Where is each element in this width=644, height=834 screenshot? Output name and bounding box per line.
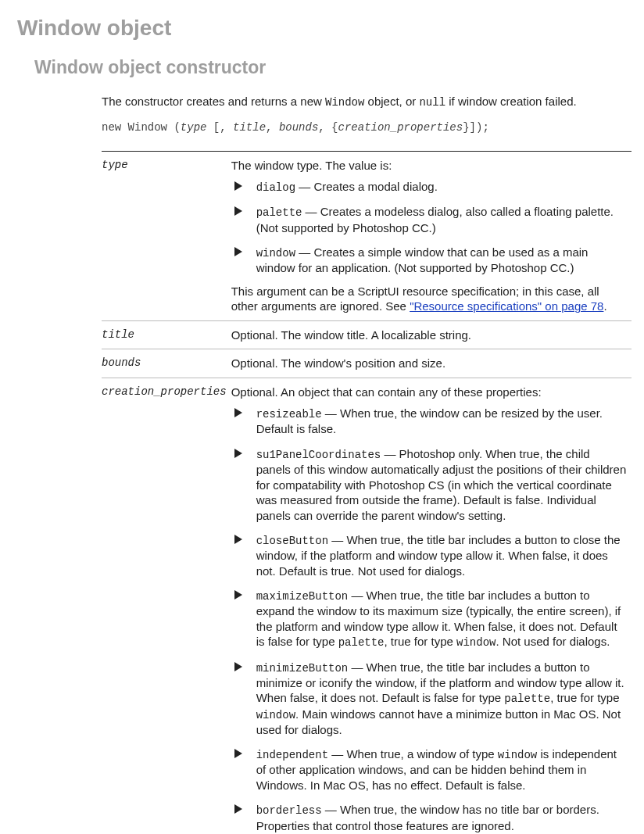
syntax-param: type <box>181 121 213 134</box>
intro-text: The constructor creates and returns a ne… <box>102 95 325 108</box>
syntax-text: }]); <box>463 121 489 134</box>
list-item: maximizeButton — When true, the title ba… <box>231 588 627 650</box>
list-item: closeButton — When true, the title bar i… <box>231 532 627 578</box>
item-text: — Creates a modeless dialog, also called… <box>256 205 614 234</box>
table-row: bounds Optional. The window's position a… <box>102 349 631 378</box>
code-window: window <box>456 636 496 649</box>
param-desc-type: The window type. The value is: dialog — … <box>231 151 631 320</box>
triangle-icon <box>234 804 242 814</box>
tail-text: . <box>603 299 606 313</box>
cp-lead: Optional. An object that can contain any… <box>231 385 627 400</box>
parameters-table: type The window type. The value is: dial… <box>102 151 631 834</box>
item-text: — When true, a window of type <box>328 747 498 761</box>
item-text: , true for type <box>550 691 619 704</box>
param-desc-bounds: Optional. The window's position and size… <box>231 349 631 378</box>
syntax-text: , <box>266 121 279 134</box>
code-borderless: borderless <box>256 804 322 817</box>
section-title: Window object constructor <box>34 56 631 80</box>
triangle-icon <box>234 535 242 544</box>
triangle-icon <box>234 247 242 256</box>
intro-text: if window creation failed. <box>445 95 577 108</box>
code-resizeable: resizeable <box>256 408 322 421</box>
code-window: window <box>498 749 537 761</box>
list-item: palette — Creates a modeless dialog, als… <box>231 204 627 235</box>
item-text: . Main windows cannot have a minimize bu… <box>256 707 621 736</box>
item-text: — Creates a modal dialog. <box>295 180 438 193</box>
code-palette: palette <box>256 206 302 219</box>
triangle-icon <box>234 590 242 600</box>
intro-text: object, or <box>364 95 419 108</box>
triangle-icon <box>234 181 242 191</box>
code-minimizebutton: minimizeButton <box>256 662 349 675</box>
code-palette: palette <box>504 693 550 705</box>
syntax-param: bounds <box>279 121 318 134</box>
item-text: — Creates a simple window that can be us… <box>256 245 589 274</box>
syntax-line: new Window (type [, title, bounds, {crea… <box>102 120 631 134</box>
type-value-list: dialog — Creates a modal dialog. palette… <box>231 179 627 276</box>
intro-paragraph: The constructor creates and returns a ne… <box>102 94 631 109</box>
resource-spec-link[interactable]: "Resource specifications" on page 78 <box>410 299 603 313</box>
syntax-param: title <box>233 121 266 134</box>
param-name-title: title <box>102 320 231 349</box>
code-dialog: dialog <box>256 181 295 194</box>
type-tail: This argument can be a ScriptUI resource… <box>231 284 627 314</box>
content-body: The constructor creates and returns a ne… <box>102 94 631 834</box>
param-desc-creation-properties: Optional. An object that can contain any… <box>231 378 631 834</box>
param-name-creation-properties: creation_properties <box>102 378 231 834</box>
code-independent: independent <box>256 749 328 761</box>
list-item: resizeable — When true, the window can b… <box>231 406 627 437</box>
param-name-bounds: bounds <box>102 349 231 378</box>
type-lead: The window type. The value is: <box>231 158 627 174</box>
list-item: minimizeButton — When true, the title ba… <box>231 660 627 738</box>
syntax-text: new Window ( <box>102 121 181 134</box>
list-item: independent — When true, a window of typ… <box>231 746 627 793</box>
triangle-icon <box>234 449 242 458</box>
list-item: su1PanelCoordinates — Photoshop only. Wh… <box>231 446 627 523</box>
triangle-icon <box>234 206 242 216</box>
param-desc-title: Optional. The window title. A localizabl… <box>231 320 631 349</box>
code-window: Window <box>325 96 364 109</box>
cp-list: resizeable — When true, the window can b… <box>231 406 627 833</box>
code-palette: palette <box>338 636 385 649</box>
list-item: dialog — Creates a modal dialog. <box>231 179 627 195</box>
triangle-icon <box>234 662 242 671</box>
triangle-icon <box>234 408 242 417</box>
code-window: window <box>256 247 295 260</box>
page-title: Window object <box>17 14 631 42</box>
list-item: window — Creates a simple window that ca… <box>231 245 627 276</box>
code-closebutton: closeButton <box>256 535 328 547</box>
code-maximizebutton: maximizeButton <box>256 590 349 603</box>
list-item: borderless — When true, the window has n… <box>231 802 627 833</box>
code-window: window <box>256 709 295 721</box>
param-name-type: type <box>102 151 231 320</box>
syntax-text: , { <box>318 121 338 134</box>
triangle-icon <box>234 749 242 758</box>
syntax-text: [, <box>213 121 233 134</box>
code-null: null <box>419 96 445 109</box>
code-su1panelcoordinates: su1PanelCoordinates <box>256 449 381 461</box>
syntax-param: creation_properties <box>338 121 463 134</box>
item-text: , true for type <box>385 635 457 648</box>
item-text: . Not used for dialogs. <box>496 635 610 648</box>
table-row: creation_properties Optional. An object … <box>102 378 631 834</box>
table-row: type The window type. The value is: dial… <box>102 151 631 320</box>
table-row: title Optional. The window title. A loca… <box>102 320 631 349</box>
